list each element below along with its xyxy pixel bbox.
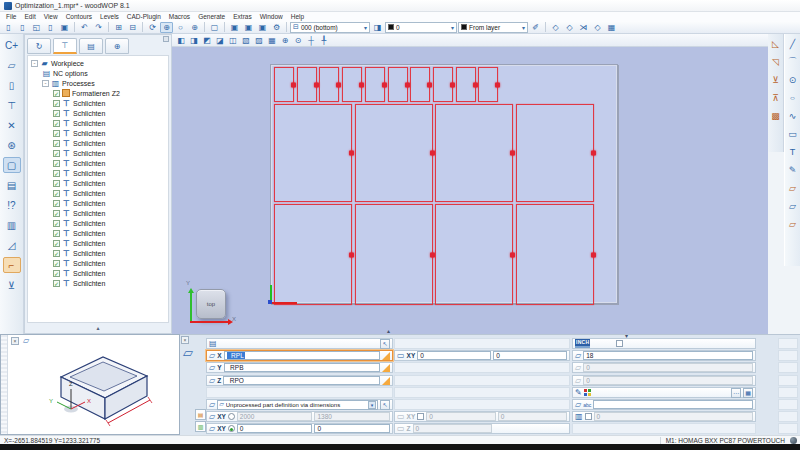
undo-button[interactable]: ↶ xyxy=(78,22,91,33)
process-checkbox[interactable]: ✓ xyxy=(53,110,60,117)
expander-icon[interactable]: - xyxy=(42,80,49,87)
tree-item-schlichten[interactable]: ✓⊤Schlichten xyxy=(28,258,168,268)
contour-trim-button[interactable]: ⋊ xyxy=(577,22,590,33)
circle-tool-button[interactable]: ⊙ xyxy=(786,72,800,87)
nested-part[interactable] xyxy=(435,204,513,305)
nested-part[interactable] xyxy=(516,104,594,202)
cut-contour-button[interactable]: ⊻ xyxy=(769,72,783,87)
menu-file[interactable]: File xyxy=(2,12,20,21)
nested-part[interactable] xyxy=(433,67,453,102)
view-back-button[interactable]: ◨ xyxy=(188,35,200,46)
routing-button[interactable]: ⊤ xyxy=(3,97,21,113)
contour-parallel-button[interactable]: ◇ xyxy=(591,22,604,33)
z-input[interactable]: _RPO xyxy=(223,376,380,385)
pocket-button[interactable]: ▢ xyxy=(3,157,21,173)
color-select[interactable]: 0 ▾ xyxy=(385,22,457,33)
view-all-button[interactable]: ▦ xyxy=(266,35,278,46)
tree-tab-nc-list[interactable]: ▤ xyxy=(79,38,103,54)
nested-part[interactable] xyxy=(388,67,408,102)
nested-part[interactable] xyxy=(478,67,498,102)
tree-item-schlichten[interactable]: ✓⊤Schlichten xyxy=(28,178,168,188)
arc-tool-button[interactable]: ⌒ xyxy=(786,54,800,69)
menu-macros[interactable]: Macros xyxy=(165,12,194,21)
board-edge-tool-button[interactable]: ▱ xyxy=(786,216,800,231)
open-button[interactable]: ◱ xyxy=(30,22,43,33)
components-button[interactable]: ▥ xyxy=(3,217,21,233)
window-split-button[interactable]: ▣ xyxy=(256,22,269,33)
nested-part[interactable] xyxy=(319,67,339,102)
tree-item-schlichten[interactable]: ✓⊤Schlichten xyxy=(28,188,168,198)
board-side-tool-button[interactable]: ▱ xyxy=(786,198,800,213)
xy-origin-y-input[interactable]: 0 xyxy=(314,424,390,433)
nested-part[interactable] xyxy=(297,67,317,102)
zoom-dynamic-button[interactable]: ⊙ xyxy=(292,35,304,46)
tree-item-schlichten[interactable]: ✓⊤Schlichten xyxy=(28,278,168,288)
tree-item-processes[interactable]: -▥Processes xyxy=(28,78,168,88)
param-row-z[interactable]: ▱ Z _RPO xyxy=(206,375,393,386)
process-checkbox[interactable]: ✓ xyxy=(53,200,60,207)
redo-button[interactable]: ↷ xyxy=(92,22,105,33)
zoom-in-button[interactable]: ⊕ xyxy=(279,35,291,46)
menu-edit[interactable]: Edit xyxy=(20,12,39,21)
process-checkbox[interactable]: ✓ xyxy=(53,150,60,157)
set-origin-button[interactable]: ╀ xyxy=(318,35,330,46)
generate-button[interactable]: ⟳ xyxy=(146,22,159,33)
tree-item-schlichten[interactable]: ✓⊤Schlichten xyxy=(28,268,168,278)
process-checkbox[interactable]: ✓ xyxy=(53,130,60,137)
drilling-button[interactable]: ▯ xyxy=(3,77,21,93)
tree-item-schlichten[interactable]: ✓⊤Schlichten xyxy=(28,238,168,248)
layer-select[interactable]: ⊟ 000 (bottom) ▾ xyxy=(290,22,370,33)
param-tab-2[interactable]: ▥ xyxy=(195,421,206,432)
offset2-checkbox[interactable] xyxy=(417,413,424,420)
expander-icon[interactable]: - xyxy=(31,60,38,67)
comment-input[interactable] xyxy=(593,400,753,409)
process-checkbox[interactable]: ✓ xyxy=(53,210,60,217)
board-front-tool-button[interactable]: ▱ xyxy=(786,180,800,195)
view-right-button[interactable]: ◪ xyxy=(214,35,226,46)
nesting-knife-button[interactable]: ◿ xyxy=(3,237,21,253)
view-front-button[interactable]: ◧ xyxy=(175,35,187,46)
panel-collapse-button[interactable] xyxy=(163,36,169,42)
tree-item-schlichten[interactable]: ✓⊤Schlichten xyxy=(28,108,168,118)
zoom-window-button[interactable]: ○ xyxy=(174,22,187,33)
tree-item-schlichten[interactable]: ✓⊤Schlichten xyxy=(28,248,168,258)
menu-levels[interactable]: Levels xyxy=(96,12,123,21)
simulation-button[interactable]: ▢ xyxy=(208,22,221,33)
layers-checkbox[interactable] xyxy=(585,413,592,420)
zoom-extents-button[interactable]: ⊕ xyxy=(188,22,201,33)
close-icon[interactable]: × xyxy=(181,336,189,344)
contour-3d-tool-button[interactable]: ✎ xyxy=(786,162,800,177)
special-tools-button[interactable]: ⊻ xyxy=(3,277,21,293)
jump-button[interactable]: ↖ xyxy=(380,339,390,349)
machine-settings-button[interactable]: ⚙ xyxy=(270,22,283,33)
close-icon[interactable]: × xyxy=(11,337,19,345)
process-checkbox[interactable]: ✓ xyxy=(53,240,60,247)
nested-part[interactable] xyxy=(274,204,352,305)
menu-cad-plugin[interactable]: CAD-Plugin xyxy=(123,12,165,21)
param-row-x[interactable]: ▱ X _RPL xyxy=(206,350,393,361)
polyline-tool-button[interactable]: ∿ xyxy=(786,108,800,123)
tree-item-schlichten[interactable]: ✓⊤Schlichten xyxy=(28,158,168,168)
more-button[interactable]: ⋯ xyxy=(731,388,741,398)
save-block-button[interactable]: ⊟ xyxy=(126,22,139,33)
param-row-y[interactable]: ▱ Y _RPB xyxy=(206,362,393,373)
process-checkbox[interactable]: ✓ xyxy=(53,190,60,197)
nested-part[interactable] xyxy=(274,104,352,202)
rectangle-tool-button[interactable]: ▭ xyxy=(786,126,800,141)
tree-item-schlichten[interactable]: ✓⊤Schlichten xyxy=(28,168,168,178)
join-contour-button[interactable]: ⊼ xyxy=(769,90,783,105)
fill-layer-button[interactable]: ◨ xyxy=(371,22,384,33)
xy-origin-radio[interactable] xyxy=(228,425,235,432)
window-cascade-button[interactable]: ▣ xyxy=(242,22,255,33)
process-checkbox[interactable]: ✓ xyxy=(53,170,60,177)
tree-item-schlichten[interactable]: ✓⊤Schlichten xyxy=(28,118,168,128)
comment-button[interactable]: !? xyxy=(3,197,21,213)
linetype-select[interactable]: From layer ▾ xyxy=(458,22,528,33)
nested-part[interactable] xyxy=(355,204,433,305)
tree-item-schlichten[interactable]: ✓⊤Schlichten xyxy=(28,208,168,218)
nested-part[interactable] xyxy=(456,67,476,102)
sawing-button[interactable]: ✕ xyxy=(3,117,21,133)
tree-scroll-up-button[interactable]: ▴ xyxy=(27,324,169,332)
tree-item-schlichten[interactable]: ✓⊤Schlichten xyxy=(28,198,168,208)
dimension-grid-button[interactable]: ▦ xyxy=(605,22,618,33)
